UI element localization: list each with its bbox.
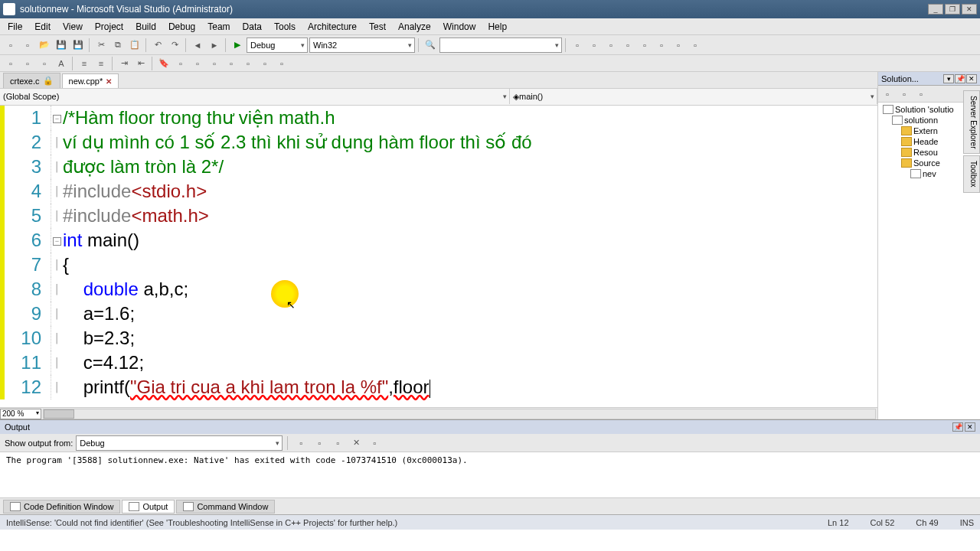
menu-test[interactable]: Test xyxy=(363,20,392,34)
indent-icon[interactable]: ⇥ xyxy=(116,56,132,71)
panel-close-icon[interactable]: ✕ xyxy=(966,74,977,83)
outdent-icon[interactable]: ⇤ xyxy=(133,56,149,71)
menu-file[interactable]: File xyxy=(2,20,28,34)
out-clear-icon[interactable]: ✕ xyxy=(348,435,364,451)
panel-pin-icon[interactable]: 📌 xyxy=(955,74,965,83)
new-project-icon[interactable]: ▫ xyxy=(3,37,18,53)
code-line-8[interactable]: double a,b,c; xyxy=(63,277,877,302)
se-icon[interactable]: ▫ xyxy=(913,86,929,102)
tab-crtexec[interactable]: crtexe.c 🔒 xyxy=(3,73,60,88)
tb2-icon[interactable]: ▫ xyxy=(190,56,205,71)
lock-icon: 🔒 xyxy=(43,76,54,86)
copy-icon[interactable]: ⧉ xyxy=(110,37,126,53)
btab-command-window[interactable]: Command Window xyxy=(176,500,275,514)
se-icon[interactable]: ▫ xyxy=(897,86,912,102)
tb-icon[interactable]: ▫ xyxy=(570,37,585,53)
scope-right-combo[interactable]: ◈ main() xyxy=(510,89,877,104)
btab-output[interactable]: Output xyxy=(122,500,175,514)
nav-back-icon[interactable]: ◄ xyxy=(190,37,205,53)
out-icon[interactable]: ▫ xyxy=(293,435,309,451)
show-output-from-label: Show output from: xyxy=(5,439,73,448)
cut-icon[interactable]: ✂ xyxy=(93,37,109,53)
nav-fwd-icon[interactable]: ► xyxy=(207,37,222,53)
code-line-6[interactable]: int main() xyxy=(63,228,877,253)
close-button[interactable]: ✕ xyxy=(962,4,977,15)
undo-icon[interactable]: ↶ xyxy=(150,37,165,53)
add-item-icon[interactable]: ▫ xyxy=(20,37,35,53)
open-icon[interactable]: 📂 xyxy=(37,37,52,53)
menu-window[interactable]: Window xyxy=(437,20,482,34)
tb-icon[interactable]: ▫ xyxy=(654,37,669,53)
tb2-icon[interactable]: ▫ xyxy=(240,56,256,71)
save-all-icon[interactable]: 💾 xyxy=(70,37,86,53)
horizontal-scrollbar[interactable] xyxy=(43,409,876,419)
output-close-icon[interactable]: ✕ xyxy=(965,422,975,432)
start-debug-icon[interactable]: ▶ xyxy=(230,37,245,53)
code-line-4[interactable]: #include<stdio.h> xyxy=(63,179,877,204)
platform-combo[interactable]: Win32 xyxy=(309,37,415,53)
output-text[interactable]: The program '[3588] solutionnew.exe: Nat… xyxy=(0,452,980,497)
code-line-2[interactable]: ví dụ mình có 1 số 2.3 thì khi sử dụng h… xyxy=(63,130,877,155)
uncomment-icon[interactable]: ≡ xyxy=(93,56,109,71)
tb2-icon[interactable]: A xyxy=(54,56,69,71)
tb2-icon[interactable]: ▫ xyxy=(274,56,289,71)
tb-icon[interactable]: ▫ xyxy=(620,37,635,53)
tb2-icon[interactable]: ▫ xyxy=(207,56,222,71)
menu-edit[interactable]: Edit xyxy=(28,20,57,34)
paste-icon[interactable]: 📋 xyxy=(127,37,142,53)
menu-debug[interactable]: Debug xyxy=(162,20,201,34)
tab-close-icon[interactable]: ✕ xyxy=(106,77,112,86)
tb-icon[interactable]: ▫ xyxy=(637,37,652,53)
redo-icon[interactable]: ↷ xyxy=(167,37,182,53)
minimize-button[interactable]: _ xyxy=(928,4,943,15)
menu-analyze[interactable]: Analyze xyxy=(392,20,437,34)
menu-data[interactable]: Data xyxy=(237,20,268,34)
find-combo[interactable] xyxy=(439,37,562,53)
panel-dropdown-icon[interactable]: ▾ xyxy=(943,74,954,83)
config-combo[interactable]: Debug xyxy=(247,37,308,53)
menu-architecture[interactable]: Architecture xyxy=(302,20,363,34)
show-output-from-combo[interactable]: Debug xyxy=(76,435,283,451)
vtab-server-explorer[interactable]: Server Explorer xyxy=(963,90,980,154)
maximize-button[interactable]: ❐ xyxy=(945,4,960,15)
code-line-7[interactable]: { xyxy=(63,253,877,277)
tb-icon[interactable]: ▫ xyxy=(671,37,686,53)
code-line-10[interactable]: b=2.3; xyxy=(63,326,877,350)
code-line-1[interactable]: /*Hàm floor trong thư viện math.h xyxy=(63,106,877,130)
out-icon[interactable]: ▫ xyxy=(367,435,382,451)
code-line-5[interactable]: #include<math.h> xyxy=(63,204,877,228)
bookmark-icon[interactable]: 🔖 xyxy=(156,56,172,71)
code-line-9[interactable]: a=1.6; xyxy=(63,302,877,326)
output-pin-icon[interactable]: 📌 xyxy=(952,422,963,432)
tb-icon[interactable]: ▫ xyxy=(688,37,703,53)
menu-help[interactable]: Help xyxy=(482,20,513,34)
tb2-icon[interactable]: ▫ xyxy=(257,56,273,71)
se-icon[interactable]: ▫ xyxy=(880,86,895,102)
zoom-combo[interactable]: 200 % xyxy=(0,409,41,419)
out-icon[interactable]: ▫ xyxy=(312,435,327,451)
code-line-3[interactable]: được làm tròn là 2*/ xyxy=(63,155,877,179)
tb-icon[interactable]: ▫ xyxy=(586,37,602,53)
tb2-icon[interactable]: ▫ xyxy=(173,56,188,71)
btab-code-definition-window[interactable]: Code Definition Window xyxy=(3,500,120,514)
tb-icon[interactable]: ▫ xyxy=(603,37,619,53)
menu-project[interactable]: Project xyxy=(89,20,129,34)
out-icon[interactable]: ▫ xyxy=(330,435,345,451)
tab-newcpp[interactable]: new.cpp* ✕ xyxy=(62,73,119,88)
comment-icon[interactable]: ≡ xyxy=(77,56,92,71)
vtab-toolbox[interactable]: Toolbox xyxy=(963,155,980,192)
tb2-icon[interactable]: ▫ xyxy=(224,56,239,71)
code-editor[interactable]: 123456789101112 −││││−││││││ ↖ /*Hàm flo… xyxy=(0,106,877,407)
tb2-icon[interactable]: ▫ xyxy=(3,56,18,71)
tb2-icon[interactable]: ▫ xyxy=(20,56,35,71)
save-icon[interactable]: 💾 xyxy=(54,37,69,53)
find-icon[interactable]: 🔍 xyxy=(423,37,438,53)
tb2-icon[interactable]: ▫ xyxy=(37,56,52,71)
scope-left-combo[interactable]: (Global Scope) xyxy=(0,89,510,104)
menu-tools[interactable]: Tools xyxy=(268,20,302,34)
code-line-11[interactable]: c=4.12; xyxy=(63,350,877,375)
menu-team[interactable]: Team xyxy=(201,20,236,34)
menu-build[interactable]: Build xyxy=(129,20,162,34)
menu-view[interactable]: View xyxy=(57,20,89,34)
code-line-12[interactable]: printf("Gia tri cua a khi lam tron la %f… xyxy=(63,375,877,399)
